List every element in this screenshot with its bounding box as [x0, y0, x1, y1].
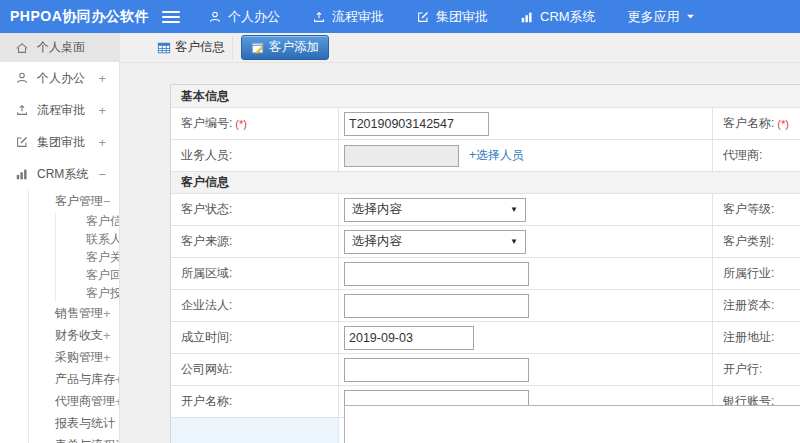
- expand-icon[interactable]: +: [98, 71, 119, 86]
- user-icon: [208, 10, 222, 24]
- sidebar-item[interactable]: 个人办公+: [0, 62, 119, 94]
- field-label: 客户来源:: [181, 233, 232, 250]
- sidebar-item[interactable]: 客户回访: [0, 266, 119, 284]
- section-title: 基本信息: [181, 88, 229, 105]
- sidebar-item-label: CRM系统: [37, 166, 88, 183]
- topnav-item[interactable]: 更多应用: [628, 8, 695, 26]
- sidebar-item[interactable]: 代理商管理+: [0, 390, 119, 412]
- sidebar-item-label: 客户回访: [86, 267, 120, 284]
- field-label-cell: 客户编号:(*): [171, 108, 339, 139]
- sidebar-item[interactable]: 采购管理+: [0, 346, 119, 368]
- field-label: 开户名称:: [181, 393, 232, 410]
- field-label-cell: 开户名称:: [171, 386, 339, 417]
- form-row: 公司网站:开户行:: [171, 353, 800, 385]
- tab-customer-add[interactable]: 客户添加: [241, 35, 329, 60]
- field-label: 成立时间:: [181, 329, 232, 346]
- sidebar-item[interactable]: 表单与流程设置+: [0, 434, 119, 443]
- topnav-item-label: 流程审批: [332, 8, 384, 26]
- remark-row: [171, 417, 800, 443]
- sidebar-item[interactable]: 联系人: [0, 230, 119, 248]
- remark-control-cell: [339, 418, 800, 443]
- field-control-cell: 选择内容▼: [339, 194, 713, 225]
- topnav-item[interactable]: 个人办公: [208, 8, 280, 26]
- sidebar-item[interactable]: 产品与库存+: [0, 368, 119, 390]
- topnav-item[interactable]: 集团审批: [416, 8, 488, 26]
- sidebar-item-label: 流程审批: [37, 102, 85, 119]
- sidebar-item-label: 报表与统计: [55, 415, 115, 432]
- website-input[interactable]: [344, 358, 529, 382]
- field-label-cell-right: 所属行业:: [713, 258, 800, 289]
- field-control-cell: 选择内容▼: [339, 226, 713, 257]
- sidebar-item-label: 客户投诉: [86, 285, 120, 302]
- customer-code-input[interactable]: [344, 112, 489, 136]
- sidebar-item[interactable]: 销售管理+: [0, 302, 119, 324]
- expand-icon[interactable]: +: [103, 306, 120, 321]
- sidebar-item-label: 表单与流程设置+: [55, 437, 120, 443]
- sidebar-item[interactable]: 财务收支+: [0, 324, 119, 346]
- customer-source-select[interactable]: 选择内容▼: [344, 230, 526, 254]
- topnav-item-label: 更多应用: [628, 8, 680, 26]
- field-label-cell: 业务人员:: [171, 140, 339, 171]
- field-label: 业务人员:: [181, 147, 232, 164]
- customer-status-select[interactable]: 选择内容▼: [344, 198, 526, 222]
- form-row: 客户编号:(*)客户名称:(*): [171, 107, 800, 139]
- field-label: 客户编号:: [181, 115, 232, 132]
- section-header: 客户信息: [171, 171, 800, 193]
- sidebar-item[interactable]: 流程审批+: [0, 94, 119, 126]
- topnav-item[interactable]: CRM系统: [520, 8, 596, 26]
- sidebar-item-label: 客户管理: [55, 193, 103, 210]
- choose-person-link[interactable]: +选择人员: [469, 147, 524, 164]
- sidebar-item-label: 财务收支: [55, 327, 103, 344]
- upload-icon: [15, 103, 29, 117]
- required-marker: (*): [235, 118, 247, 130]
- field-label-cell-right: 注册地址:: [713, 322, 800, 353]
- topnav-item-label: CRM系统: [540, 8, 596, 26]
- expand-icon[interactable]: +: [98, 135, 119, 150]
- topnav-item-label: 集团审批: [436, 8, 488, 26]
- form-row: 客户来源:选择内容▼客户类别:: [171, 225, 800, 257]
- legal-person-input[interactable]: [344, 294, 529, 318]
- collapse-icon[interactable]: −: [103, 194, 120, 209]
- select-caret-icon: ▼: [510, 237, 518, 246]
- form-add-icon: [251, 41, 265, 55]
- field-label-cell-right: 客户类别:: [713, 226, 800, 257]
- sidebar-item[interactable]: 客户信息: [0, 212, 119, 230]
- region-input[interactable]: [344, 262, 529, 286]
- sidebar-item[interactable]: 客户关怀: [0, 248, 119, 266]
- sidebar-item-label: 个人办公: [37, 70, 85, 87]
- field-label: 客户类别:: [723, 233, 774, 250]
- field-control-cell: [339, 322, 713, 353]
- hamburger-icon[interactable]: [162, 8, 180, 26]
- field-control-cell: [339, 290, 713, 321]
- form-row: 所属区域:所属行业:: [171, 257, 800, 289]
- sidebar-item[interactable]: 客户管理−: [0, 190, 119, 212]
- remark-textarea[interactable]: [344, 405, 800, 443]
- edit-icon: [15, 135, 29, 149]
- tab-customer-info[interactable]: 客户信息: [150, 36, 233, 59]
- expand-icon[interactable]: +: [98, 103, 119, 118]
- form-row: 成立时间:注册地址:: [171, 321, 800, 353]
- table-icon: [157, 41, 171, 55]
- topnav-item[interactable]: 流程审批: [312, 8, 384, 26]
- collapse-icon[interactable]: −: [98, 167, 119, 182]
- field-label-cell: 公司网站:: [171, 354, 339, 385]
- sidebar-item[interactable]: 集团审批+: [0, 126, 119, 158]
- founded-date-input[interactable]: [344, 326, 474, 350]
- sidebar-item[interactable]: 客户投诉: [0, 284, 119, 302]
- sidebar-item-label: 联系人: [86, 231, 120, 248]
- sidebar-item[interactable]: CRM系统−: [0, 158, 119, 190]
- field-label-cell: 所属区域:: [171, 258, 339, 289]
- remark-label-cell: [171, 418, 339, 443]
- expand-icon[interactable]: +: [103, 350, 120, 365]
- form-row: 业务人员:+选择人员代理商:: [171, 139, 800, 171]
- caret-down-icon: [686, 12, 695, 21]
- tab-label: 客户添加: [269, 39, 319, 56]
- sidebar-item[interactable]: 个人桌面: [0, 33, 119, 62]
- top-bar: PHPOA协同办公软件 个人办公流程审批集团审批CRM系统更多应用: [0, 0, 800, 33]
- field-label: 代理商:: [723, 147, 762, 164]
- field-label-cell: 客户状态:: [171, 194, 339, 225]
- select-value: 选择内容: [352, 233, 402, 250]
- sidebar-item[interactable]: 报表与统计: [0, 412, 119, 434]
- field-label: 客户名称:: [723, 115, 774, 132]
- expand-icon[interactable]: +: [103, 328, 120, 343]
